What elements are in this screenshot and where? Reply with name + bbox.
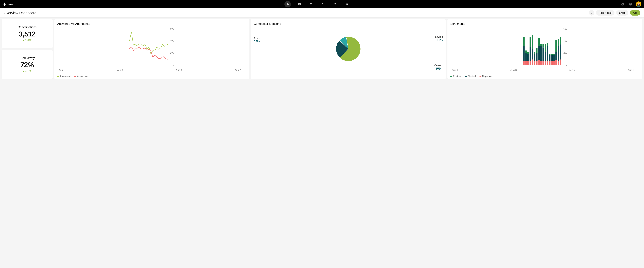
nav-settings-icon[interactable] <box>620 1 625 7</box>
svg-rect-37 <box>530 61 531 65</box>
svg-rect-42 <box>532 35 533 49</box>
svg-rect-38 <box>530 47 531 61</box>
svg-point-1 <box>324 4 324 4</box>
svg-text:600: 600 <box>563 28 567 30</box>
svg-point-2 <box>323 4 323 5</box>
arrow-up-icon <box>23 71 24 72</box>
svg-rect-61 <box>547 61 548 65</box>
legend: Answered Abandoned <box>57 75 246 78</box>
svg-rect-34 <box>527 61 529 65</box>
nav-analytics-icon[interactable] <box>284 1 291 7</box>
legend-item-answered: Answered <box>57 75 70 78</box>
svg-rect-36 <box>527 52 529 54</box>
x-axis-labels: Aug 1 Aug 3 Aug 4 Aug 7 <box>450 68 640 71</box>
svg-rect-77 <box>558 46 559 61</box>
svg-rect-44 <box>534 54 535 61</box>
pie-svg <box>334 34 363 64</box>
svg-text:0: 0 <box>173 63 174 66</box>
sentiments-chart: 0200400600 <box>450 27 640 68</box>
x-axis-labels: Aug 1 Aug 3 Aug 4 Aug 7 <box>57 68 246 71</box>
svg-rect-78 <box>558 39 559 46</box>
svg-rect-75 <box>556 40 557 52</box>
svg-text:?: ? <box>630 3 631 5</box>
svg-rect-76 <box>558 61 559 65</box>
svg-rect-56 <box>542 47 544 61</box>
arrow-up-icon <box>23 40 24 41</box>
dashboard-grid: Conversations 3,512 2.4% Productivity 72… <box>0 17 644 81</box>
svg-rect-63 <box>547 43 548 46</box>
svg-rect-47 <box>536 53 538 61</box>
card-title: Competitor Mentions <box>254 22 443 25</box>
svg-rect-52 <box>540 61 542 65</box>
card-title: Answered Vs Abandoned <box>57 22 246 25</box>
svg-text:400: 400 <box>170 39 174 42</box>
svg-rect-73 <box>556 60 557 65</box>
svg-rect-33 <box>525 50 526 53</box>
svg-text:600: 600 <box>170 28 174 30</box>
sentiments-card: Sentiments 0200400600 Aug 1 Aug 3 Aug 4 … <box>448 19 642 79</box>
svg-rect-81 <box>560 37 561 44</box>
kpi-delta: 4.1% <box>23 70 31 73</box>
nav-team-icon[interactable] <box>308 1 314 7</box>
share-button[interactable]: Share <box>616 10 628 15</box>
avatar[interactable] <box>636 1 641 7</box>
svg-rect-29 <box>523 46 524 61</box>
legend-item-neutral: Neutral <box>465 75 476 78</box>
card-title: Sentiments <box>450 22 640 25</box>
svg-rect-68 <box>551 55 552 61</box>
svg-rect-41 <box>532 49 533 59</box>
date-range-button[interactable]: Past 7 days <box>596 10 614 15</box>
svg-rect-67 <box>551 61 552 65</box>
kpi-label: Productivity <box>20 56 35 60</box>
pie-label-azure: Azure 65% <box>254 37 260 43</box>
svg-rect-66 <box>549 54 550 55</box>
answered-abandoned-chart: 0200400600 <box>57 27 246 68</box>
pie-label-skyline: Skyline 10% <box>435 35 443 42</box>
kpi-delta: 2.4% <box>23 39 31 42</box>
svg-rect-65 <box>549 55 550 61</box>
nav-contacts-icon[interactable] <box>344 1 350 7</box>
competitor-mentions-card: Competitor Mentions Azure 65% Skyline 10… <box>251 19 446 79</box>
kpi-value: 72% <box>20 61 34 69</box>
nav-right: ? <box>620 1 641 7</box>
brand: Wave <box>3 2 14 6</box>
kpi-productivity-card: Productivity 72% 4.1% <box>2 50 52 79</box>
nav-help-icon[interactable]: ? <box>628 1 633 7</box>
svg-rect-31 <box>525 61 526 65</box>
svg-rect-57 <box>542 44 544 47</box>
svg-text:400: 400 <box>563 39 567 42</box>
svg-rect-53 <box>540 46 542 61</box>
svg-rect-62 <box>547 46 548 61</box>
add-button[interactable]: Add <box>630 10 640 15</box>
more-menu-button[interactable] <box>589 10 594 15</box>
svg-rect-54 <box>540 44 542 45</box>
nav-activity-icon[interactable] <box>296 1 303 7</box>
legend-swatch <box>57 76 59 77</box>
legend-swatch <box>465 76 467 77</box>
legend-item-abandoned: Abandoned <box>74 75 89 78</box>
svg-rect-48 <box>536 48 538 53</box>
dots-vertical-icon <box>590 12 593 14</box>
svg-point-3 <box>346 4 347 4</box>
svg-rect-46 <box>536 61 538 65</box>
svg-rect-39 <box>530 37 531 47</box>
svg-point-4 <box>622 4 623 4</box>
top-bar: Wave ? <box>0 0 644 8</box>
svg-rect-55 <box>542 61 544 65</box>
kpi-value: 3,512 <box>19 30 36 38</box>
svg-rect-30 <box>523 37 524 46</box>
legend-item-positive: Positive <box>450 75 462 78</box>
kpi-label: Conversations <box>18 25 37 29</box>
competitor-pie-chart: Azure 65% Skyline 10% Ocean 25% <box>254 27 443 73</box>
logo-icon <box>3 2 6 6</box>
nav-scatter-icon[interactable] <box>320 1 326 7</box>
legend-swatch <box>480 76 481 77</box>
svg-rect-35 <box>527 54 529 61</box>
svg-rect-43 <box>534 61 535 65</box>
svg-rect-40 <box>532 59 533 65</box>
svg-rect-49 <box>538 60 540 65</box>
svg-point-10 <box>592 13 592 13</box>
nav-refresh-icon[interactable] <box>332 1 338 7</box>
svg-point-0 <box>322 3 323 4</box>
svg-rect-80 <box>560 44 561 59</box>
